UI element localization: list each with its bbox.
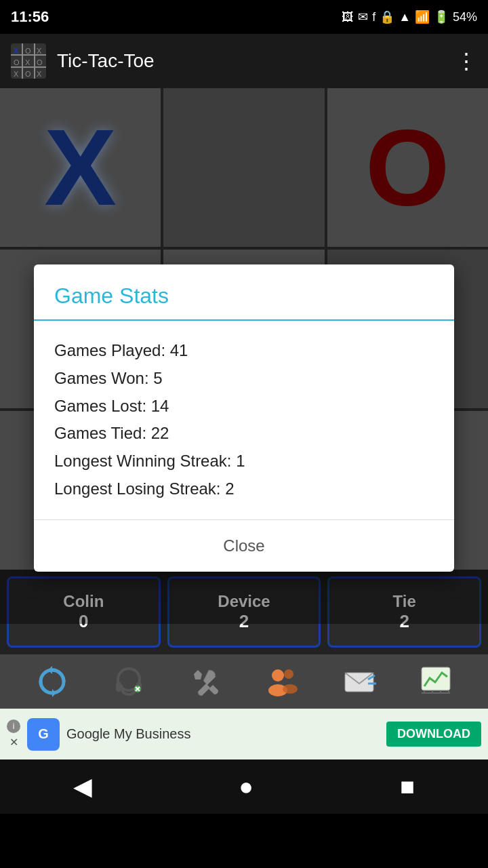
- dialog-title: Game Stats: [54, 283, 434, 309]
- svg-text:X: X: [14, 47, 19, 55]
- wrench-icon[interactable]: [187, 663, 224, 701]
- ad-banner: i ✕ G Google My Business DOWNLOAD: [0, 709, 488, 760]
- ad-info-icon: i: [7, 719, 20, 733]
- svg-text:X: X: [14, 70, 19, 78]
- photo-icon: 🖼: [342, 10, 354, 24]
- ad-app-name: Google My Business: [66, 726, 380, 742]
- dialog-actions: Close: [34, 520, 454, 572]
- facebook-icon: f: [372, 10, 375, 24]
- app-logo: X O X O X O X O X: [11, 43, 46, 79]
- stat-win-streak: Longest Winning Streak: 1: [54, 448, 434, 475]
- taskbar-row: [0, 654, 488, 709]
- back-button[interactable]: ◀: [73, 772, 92, 801]
- signal-icon: 📶: [415, 9, 430, 24]
- ad-logo: G: [27, 718, 60, 751]
- battery-icon: 🔋: [434, 9, 449, 24]
- menu-button[interactable]: ⋮: [455, 48, 477, 74]
- nav-bar: ◀ ● ■: [0, 760, 488, 814]
- app-title: Tic-Tac-Toe: [57, 50, 455, 72]
- headset-icon[interactable]: [110, 663, 147, 701]
- svg-text:O: O: [25, 70, 31, 78]
- svg-text:X: X: [37, 47, 42, 55]
- status-bar: 11:56 🖼 ✉ f 🔒 ▲ 📶 🔋 54%: [0, 0, 488, 34]
- ad-download-button[interactable]: DOWNLOAD: [386, 722, 481, 747]
- svg-text:O: O: [37, 58, 43, 66]
- svg-text:X: X: [25, 58, 30, 66]
- stat-games-won: Games Won: 5: [54, 365, 434, 393]
- stat-games-played: Games Played: 41: [54, 337, 434, 365]
- dialog-title-area: Game Stats: [34, 264, 454, 309]
- app-bar: X O X O X O X O X Tic-Tac-Toe ⋮: [0, 34, 488, 88]
- stat-lose-streak: Longest Losing Streak: 2: [54, 475, 434, 503]
- wifi-icon: ▲: [399, 10, 411, 24]
- svg-marker-15: [52, 689, 56, 697]
- dialog-content: Games Played: 41 Games Won: 5 Games Lost…: [34, 321, 454, 519]
- ad-close-icon[interactable]: ✕: [9, 736, 18, 749]
- email-icon: ✉: [358, 9, 368, 24]
- ad-logo-letter: G: [38, 726, 49, 742]
- status-time: 11:56: [11, 8, 49, 26]
- battery-percent: 54%: [453, 10, 477, 24]
- stat-games-lost: Games Lost: 14: [54, 393, 434, 420]
- recent-button[interactable]: ■: [400, 772, 415, 801]
- svg-rect-29: [422, 667, 450, 690]
- refresh-icon[interactable]: [33, 663, 70, 701]
- svg-point-25: [283, 684, 298, 694]
- mail-icon[interactable]: [340, 663, 378, 701]
- svg-point-22: [272, 669, 284, 682]
- chart-icon[interactable]: [418, 663, 455, 701]
- stat-games-tied: Games Tied: 22: [54, 420, 434, 448]
- close-button[interactable]: Close: [209, 531, 278, 561]
- users-icon[interactable]: [264, 663, 301, 701]
- dialog-overlay: Game Stats Games Played: 41 Games Won: 5…: [0, 88, 488, 624]
- lock-icon: 🔒: [380, 9, 394, 24]
- svg-point-24: [284, 669, 293, 679]
- svg-text:X: X: [37, 70, 42, 78]
- status-icons: 🖼 ✉ f 🔒 ▲ 📶 🔋 54%: [342, 9, 477, 24]
- svg-text:O: O: [25, 47, 31, 55]
- game-stats-dialog: Game Stats Games Played: 41 Games Won: 5…: [34, 264, 454, 572]
- home-button[interactable]: ●: [239, 772, 253, 801]
- svg-text:O: O: [14, 58, 20, 66]
